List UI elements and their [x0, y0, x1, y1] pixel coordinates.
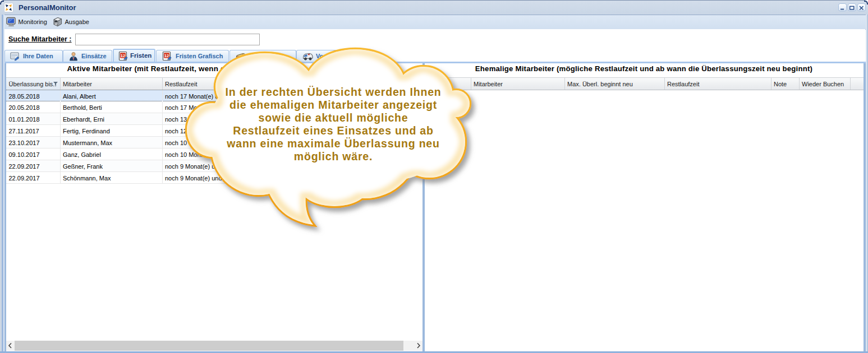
svg-text:die ehemaligen Mitarbeiter ang: die ehemaligen Mitarbeiter angezeigt	[229, 99, 437, 111]
svg-text:12: 12	[121, 53, 125, 58]
svg-text:wann eine maximale Überlassung: wann eine maximale Überlassung neu	[226, 137, 439, 150]
svg-text:sowie die aktuell mögliche: sowie die aktuell mögliche	[259, 112, 408, 124]
svg-text:Restlaufzeit eines Einsatzes u: Restlaufzeit eines Einsatzes und ab	[233, 124, 433, 137]
svg-text:In der rechten Übersicht werde: In der rechten Übersicht werden Ihnen	[225, 86, 441, 98]
svg-text:möglich wäre.: möglich wäre.	[294, 150, 373, 162]
